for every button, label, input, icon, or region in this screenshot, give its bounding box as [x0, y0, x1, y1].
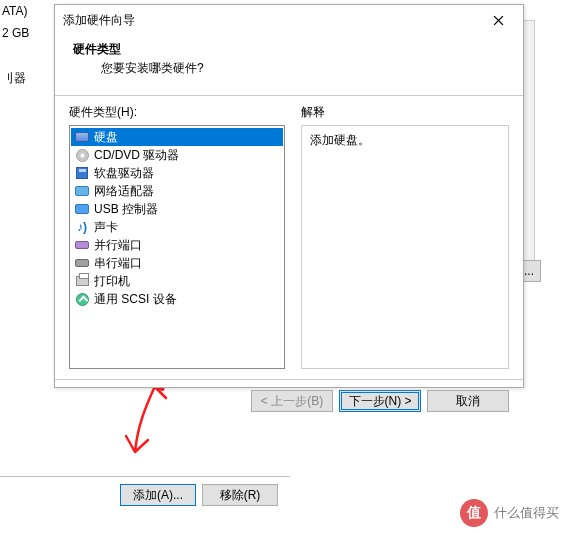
cancel-button[interactable]: 取消: [427, 390, 509, 412]
list-item-label: 网络适配器: [94, 183, 154, 199]
page-title: 硬件类型: [73, 41, 505, 58]
list-item-sound[interactable]: ♪)声卡: [71, 218, 283, 236]
watermark: 值 什么值得买: [460, 499, 559, 527]
bg-scrollbar[interactable]: [523, 20, 535, 280]
explanation-label: 解释: [301, 104, 509, 121]
watermark-text: 什么值得买: [494, 504, 559, 522]
bg-text: 刂器: [0, 66, 40, 91]
list-item-parallel[interactable]: 并行端口: [71, 236, 283, 254]
close-icon: [493, 15, 504, 26]
page-subtitle: 您要安装哪类硬件?: [73, 60, 505, 77]
hdd-icon: [74, 129, 90, 145]
sound-icon: ♪): [74, 219, 90, 235]
hardware-type-listbox[interactable]: 硬盘CD/DVD 驱动器软盘驱动器网络适配器USB 控制器♪)声卡并行端口串行端…: [69, 125, 285, 369]
list-item-printer[interactable]: 打印机: [71, 272, 283, 290]
usb-icon: [74, 201, 90, 217]
list-item-label: 硬盘: [94, 129, 118, 145]
next-button[interactable]: 下一步(N) >: [339, 390, 421, 412]
remove-button[interactable]: 移除(R): [202, 484, 278, 506]
list-item-cd[interactable]: CD/DVD 驱动器: [71, 146, 283, 164]
dialog-title: 添加硬件向导: [63, 12, 481, 29]
list-item-usb[interactable]: USB 控制器: [71, 200, 283, 218]
list-item-label: CD/DVD 驱动器: [94, 147, 179, 163]
scsi-icon: [74, 291, 90, 307]
list-item-floppy[interactable]: 软盘驱动器: [71, 164, 283, 182]
list-item-label: 软盘驱动器: [94, 165, 154, 181]
explanation-box: 添加硬盘。: [301, 125, 509, 369]
list-item-scsi[interactable]: 通用 SCSI 设备: [71, 290, 283, 308]
watermark-logo-icon: 值: [460, 499, 488, 527]
list-item-label: USB 控制器: [94, 201, 158, 217]
list-item-label: 并行端口: [94, 237, 142, 253]
printer-icon: [74, 273, 90, 289]
back-button[interactable]: < 上一步(B): [251, 390, 333, 412]
hardware-type-label: 硬件类型(H):: [69, 104, 285, 121]
titlebar: 添加硬件向导: [55, 5, 523, 35]
add-button[interactable]: 添加(A)...: [120, 484, 196, 506]
bg-divider: [0, 476, 290, 477]
list-item-label: 声卡: [94, 219, 118, 235]
divider: [55, 95, 523, 96]
parallel-icon: [74, 237, 90, 253]
list-item-nic[interactable]: 网络适配器: [71, 182, 283, 200]
bg-text: ATA): [0, 0, 40, 22]
floppy-icon: [74, 165, 90, 181]
close-button[interactable]: [481, 9, 515, 31]
serial-icon: [74, 255, 90, 271]
explanation-text: 添加硬盘。: [310, 133, 370, 147]
divider: [55, 379, 523, 380]
bg-left-column: ATA) 2 GB 刂器: [0, 0, 40, 91]
add-hardware-wizard-dialog: 添加硬件向导 硬件类型 您要安装哪类硬件? 硬件类型(H): 硬盘CD/DVD …: [54, 4, 524, 388]
cd-icon: [74, 147, 90, 163]
bg-text: 2 GB: [0, 22, 40, 44]
list-item-hdd[interactable]: 硬盘: [71, 128, 283, 146]
nic-icon: [74, 183, 90, 199]
list-item-label: 通用 SCSI 设备: [94, 291, 177, 307]
list-item-serial[interactable]: 串行端口: [71, 254, 283, 272]
list-item-label: 串行端口: [94, 255, 142, 271]
list-item-label: 打印机: [94, 273, 130, 289]
